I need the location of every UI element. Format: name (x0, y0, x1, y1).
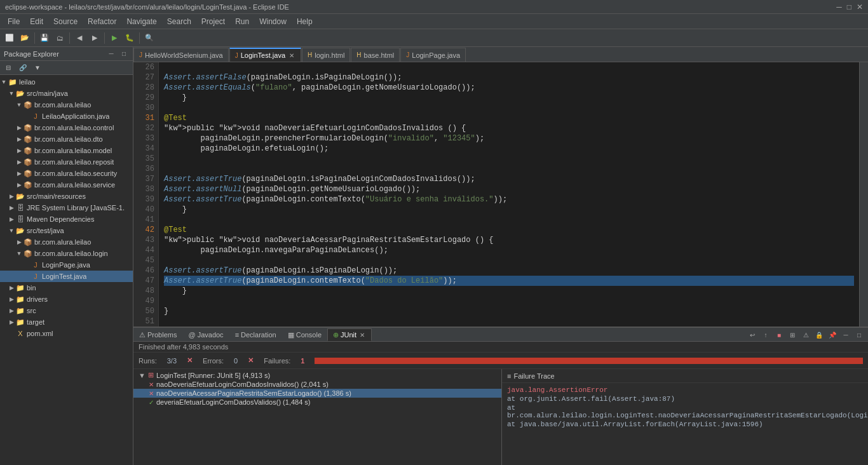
tab-login-html[interactable]: H login.html (302, 48, 350, 62)
tree-item-target[interactable]: ▶📁target (0, 316, 133, 328)
code-line-51[interactable] (164, 316, 854, 327)
menu-edit[interactable]: Edit (25, 16, 48, 27)
code-line-46[interactable]: Assert.assertTrue(paginaDeLogin.isPagina… (164, 266, 854, 276)
trace-line-3[interactable]: at java.base/java.util.ArrayList.forEach… (507, 420, 863, 429)
junit-test-item-1[interactable]: ✕ naoDeveriaEfetuarLoginComDadosInvalido… (133, 380, 501, 389)
junit-test-item-2[interactable]: ✕ naoDeveriaAcessarPaginaRestritaSemEsta… (133, 389, 501, 398)
tree-item-br-com-alura-leilao-test[interactable]: ▶📦br.com.alura.leilao (0, 236, 133, 248)
tree-item-src-main-java[interactable]: ▼📂src/main/java (0, 88, 133, 99)
tree-toggle[interactable]: ▶ (15, 181, 23, 189)
tree-toggle[interactable] (8, 330, 15, 337)
tree-toggle[interactable]: ▶ (15, 147, 23, 154)
code-line-32[interactable]: "kw">public "kw">void naoDeveriaEfetuarL… (164, 123, 854, 133)
tree-toggle[interactable] (23, 261, 31, 269)
tab-junit[interactable]: ⊕ JUnit ✕ (327, 328, 372, 341)
code-content[interactable]: Assert.assertFalse(paginaDeLogin.isPagin… (159, 62, 859, 327)
code-line-47[interactable]: Assert.assertTrue(paginaDeLogin.contemTe… (164, 276, 854, 286)
tree-item-LoginTest[interactable]: JLoginTest.java (0, 271, 133, 282)
package-explorer-minimize[interactable]: ─ (106, 49, 116, 59)
tree-toggle[interactable]: ▶ (15, 124, 23, 131)
toolbar-open[interactable]: 📂 (18, 31, 32, 45)
tree-toggle[interactable]: ▶ (8, 307, 15, 314)
stop-button[interactable]: ■ (773, 328, 785, 341)
tree-item-dto[interactable]: ▶📦br.com.alura.leilao.dto (0, 133, 133, 145)
tab-problems[interactable]: ⚠ Problems (133, 328, 182, 341)
code-line-26[interactable] (164, 62, 854, 72)
maximize-button[interactable]: □ (847, 3, 851, 11)
tree-item-model[interactable]: ▶📦br.com.alura.leilao.model (0, 145, 133, 156)
menu-run[interactable]: Run (230, 16, 254, 27)
junit-test-item-3[interactable]: ✓ deveriaEfetuarLoginComDadosValidos() (… (133, 398, 501, 407)
code-line-31[interactable]: @Test (164, 113, 854, 123)
tab-login-test-close[interactable]: ✕ (288, 51, 295, 59)
toolbar-save-all[interactable]: 🗂 (53, 31, 67, 45)
code-line-43[interactable]: "kw">public "kw">void naoDeveriaAcessarP… (164, 235, 854, 245)
code-line-28[interactable]: Assert.assertEquals("fulano", paginaDeLo… (164, 83, 854, 93)
maximize-panel-button[interactable]: □ (853, 328, 865, 341)
tree-item-br-com-alura-leilao-login[interactable]: ▼📦br.com.alura.leilao.login (0, 248, 133, 259)
tree-item-service[interactable]: ▶📦br.com.alura.leilao.service (0, 179, 133, 191)
pin-button[interactable]: 📌 (826, 328, 839, 341)
tab-junit-close[interactable]: ✕ (358, 331, 366, 339)
tab-console[interactable]: ▦ Console (282, 328, 327, 341)
rerun-failed-button[interactable]: ↑ (759, 328, 772, 341)
code-line-42[interactable]: @Test (164, 225, 854, 235)
menu-search[interactable]: Search (162, 16, 196, 27)
tree-item-bin[interactable]: ▶📁bin (0, 282, 133, 293)
tree-item-src-test-java[interactable]: ▼📂src/test/java (0, 225, 133, 236)
tree-toggle[interactable]: ▶ (8, 204, 15, 212)
toolbar-forward[interactable]: ▶ (88, 31, 102, 45)
code-line-39[interactable]: Assert.assertTrue(paginaDeLogin.contemTe… (164, 194, 854, 205)
tree-toggle[interactable]: ▶ (8, 284, 15, 292)
tree-item-LeilaoApplication[interactable]: JLeilaoApplication.java (0, 111, 133, 122)
tree-item-maven-deps[interactable]: ▶🗄Maven Dependencies (0, 213, 133, 225)
tree-item-src[interactable]: ▶📁src (0, 305, 133, 316)
tab-base-html[interactable]: H base.html (351, 48, 400, 62)
menu-help[interactable]: Help (292, 16, 318, 27)
menu-file[interactable]: File (3, 16, 25, 27)
tree-item-jre-system-lib[interactable]: ▶🗄JRE System Library [JavaSE-1. (0, 202, 133, 213)
tree-toggle[interactable]: ▼ (15, 250, 23, 257)
menu-window[interactable]: Window (254, 16, 292, 27)
tab-login-test[interactable]: J LoginTest.java ✕ (229, 48, 301, 62)
tree-toggle[interactable] (23, 273, 31, 280)
junit-suite-item[interactable]: ▼ ⊞ LoginTest [Runner: JUnit 5] (4,913 s… (133, 370, 501, 380)
tree-item-leilao[interactable]: ▼📁leilao (0, 76, 133, 88)
toolbar-save[interactable]: 💾 (37, 31, 51, 45)
tree-toggle[interactable]: ▶ (8, 192, 15, 200)
code-line-48[interactable]: } (164, 286, 854, 296)
tree-toggle[interactable]: ▼ (0, 78, 8, 86)
trace-line-2[interactable]: at br.com.alura.leilao.login.LoginTest.n… (507, 403, 863, 420)
tab-declaration[interactable]: ≡ Declaration (229, 328, 282, 341)
tree-item-control[interactable]: ▶📦br.com.alura.leilao.control (0, 122, 133, 133)
tree-item-src-main-resources[interactable]: ▶📂src/main/resources (0, 191, 133, 202)
code-line-29[interactable]: } (164, 93, 854, 103)
package-explorer-maximize[interactable]: □ (119, 49, 129, 59)
menu-source[interactable]: Source (48, 16, 83, 27)
toolbar-new[interactable]: ⬜ (3, 31, 17, 45)
view-menu-button[interactable]: ▼ (31, 61, 44, 75)
menu-project[interactable]: Project (196, 16, 230, 27)
tree-toggle[interactable]: ▶ (8, 295, 15, 303)
code-line-37[interactable]: Assert.assertTrue(paginaDeLogin.isPagina… (164, 174, 854, 184)
toolbar-back[interactable]: ◀ (72, 31, 86, 45)
code-line-30[interactable] (164, 103, 854, 113)
code-editor[interactable]: 2627282930313233343536373839404142434445… (133, 62, 868, 327)
tree-toggle[interactable]: ▼ (8, 90, 15, 97)
scroll-lock-button[interactable]: 🔒 (813, 328, 825, 341)
toolbar-debug[interactable]: 🐛 (123, 31, 137, 45)
minimize-button[interactable]: ─ (836, 3, 842, 11)
tree-toggle[interactable]: ▶ (8, 215, 15, 223)
code-line-34[interactable]: paginaDeLogin.efetuaLogin(); (164, 144, 854, 154)
collapse-all-button[interactable]: ⊟ (1, 61, 15, 75)
code-line-27[interactable]: Assert.assertFalse(paginaDeLogin.isPagin… (164, 72, 854, 83)
menu-navigate[interactable]: Navigate (121, 16, 161, 27)
trace-line-1[interactable]: at org.junit.Assert.fail(Assert.java:87) (507, 394, 863, 403)
code-line-49[interactable] (164, 296, 854, 306)
tree-item-drivers[interactable]: ▶📁drivers (0, 293, 133, 305)
code-line-40[interactable]: } (164, 205, 854, 215)
tree-item-reposit[interactable]: ▶📦br.com.alura.leilao.reposit (0, 156, 133, 168)
code-line-33[interactable]: paginaDeLogin.preencherFormularioDeLogin… (164, 133, 854, 144)
menu-refactor[interactable]: Refactor (83, 16, 121, 27)
vertical-scrollbar[interactable] (859, 62, 868, 327)
